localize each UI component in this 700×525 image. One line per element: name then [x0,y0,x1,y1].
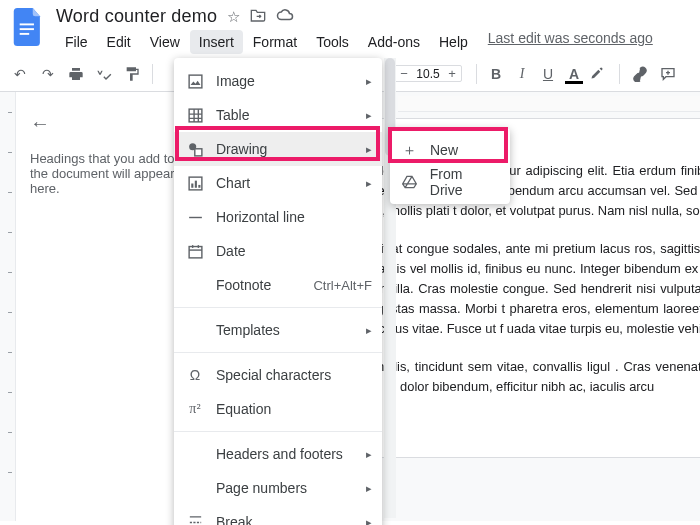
special-chars-icon: Ω [186,366,204,384]
plus-icon: ＋ [402,141,418,160]
insert-footnote[interactable]: Footnote Ctrl+Alt+F [174,268,382,302]
last-edit-link[interactable]: Last edit was seconds ago [488,30,653,54]
docs-logo-icon[interactable] [10,6,46,48]
insert-equation[interactable]: π² Equation [174,392,382,426]
menu-edit[interactable]: Edit [98,30,140,54]
redo-icon[interactable]: ↷ [36,62,60,86]
svg-rect-12 [189,246,202,257]
insert-headers-footers[interactable]: Headers and footers▸ [174,437,382,471]
horizontal-ruler [398,96,700,112]
insert-page-numbers[interactable]: Page numbers▸ [174,471,382,505]
menu-tools[interactable]: Tools [307,30,358,54]
body-paragraph: empor, elit at congue sodales, ante mi p… [327,239,700,339]
equation-icon: π² [186,400,204,418]
document-title[interactable]: Word counter demo [56,6,217,27]
svg-rect-2 [20,33,30,35]
page: ipsum dolor sit amet, consectetur adipis… [326,118,700,458]
outline-empty-hint: Headings that you add to the document wi… [30,151,182,196]
insert-special-chars[interactable]: Ω Special characters [174,358,382,392]
underline-button[interactable]: U [537,66,559,82]
chart-icon [186,174,204,192]
font-size-plus[interactable]: + [443,66,461,81]
menu-view[interactable]: View [141,30,189,54]
insert-drawing[interactable]: Drawing▸ [174,132,382,166]
text-color-button[interactable]: A [563,66,585,82]
font-size-control[interactable]: − 10.5 + [394,65,462,82]
spellcheck-icon[interactable] [92,62,116,86]
image-icon [186,72,204,90]
cloud-saved-icon[interactable] [276,8,294,26]
insert-table[interactable]: Table▸ [174,98,382,132]
font-size-value[interactable]: 10.5 [413,67,443,81]
break-icon [186,513,204,525]
svg-rect-3 [189,75,202,88]
drawing-from-drive[interactable]: From Drive [390,166,510,198]
svg-rect-0 [20,23,34,25]
menu-format[interactable]: Format [244,30,306,54]
print-icon[interactable] [64,62,88,86]
body-paragraph: et urna mollis, tincidunt sem vitae, con… [327,357,700,397]
insert-date[interactable]: Date [174,234,382,268]
svg-rect-10 [198,184,200,187]
undo-icon[interactable]: ↶ [8,62,32,86]
svg-rect-4 [189,109,202,122]
insert-templates[interactable]: Templates▸ [174,313,382,347]
drawing-submenu: ＋ New From Drive [390,128,510,204]
insert-break[interactable]: Break▸ [174,505,382,525]
hrule-icon [186,208,204,226]
bold-button[interactable]: B [485,66,507,82]
paint-format-icon[interactable] [120,62,144,86]
insert-chart[interactable]: Chart▸ [174,166,382,200]
menubar: File Edit View Insert Format Tools Add-o… [56,30,690,54]
header: Word counter demo ☆ File Edit View Inser… [0,0,700,54]
menu-insert[interactable]: Insert [190,30,243,54]
move-folder-icon[interactable] [250,8,266,26]
star-icon[interactable]: ☆ [227,8,240,26]
font-size-minus[interactable]: − [395,66,413,81]
menu-help[interactable]: Help [430,30,477,54]
drive-icon [402,175,418,189]
svg-rect-9 [194,180,196,187]
insert-horizontal-line[interactable]: Horizontal line [174,200,382,234]
insert-menu-popup: Image▸ Table▸ Drawing▸ Chart▸ Horizontal… [174,58,382,525]
outline-back-icon[interactable]: ← [30,112,182,135]
body-paragraph: ipsum dolor sit amet, consectetur adipis… [327,161,700,221]
outline-panel: ← Headings that you add to the document … [16,92,196,521]
insert-image[interactable]: Image▸ [174,64,382,98]
menu-scrollbar[interactable] [384,58,396,518]
svg-rect-6 [194,148,201,155]
drawing-icon [186,140,204,158]
highlight-color-button[interactable] [589,66,611,81]
drawing-new[interactable]: ＋ New [390,134,510,166]
menu-addons[interactable]: Add-ons [359,30,429,54]
insert-link-icon[interactable] [628,62,652,86]
svg-rect-1 [20,28,34,30]
insert-comment-icon[interactable] [656,62,680,86]
date-icon [186,242,204,260]
menu-file[interactable]: File [56,30,97,54]
table-icon [186,106,204,124]
italic-button[interactable]: I [511,66,533,82]
svg-rect-8 [191,183,193,187]
vertical-ruler [0,92,16,521]
